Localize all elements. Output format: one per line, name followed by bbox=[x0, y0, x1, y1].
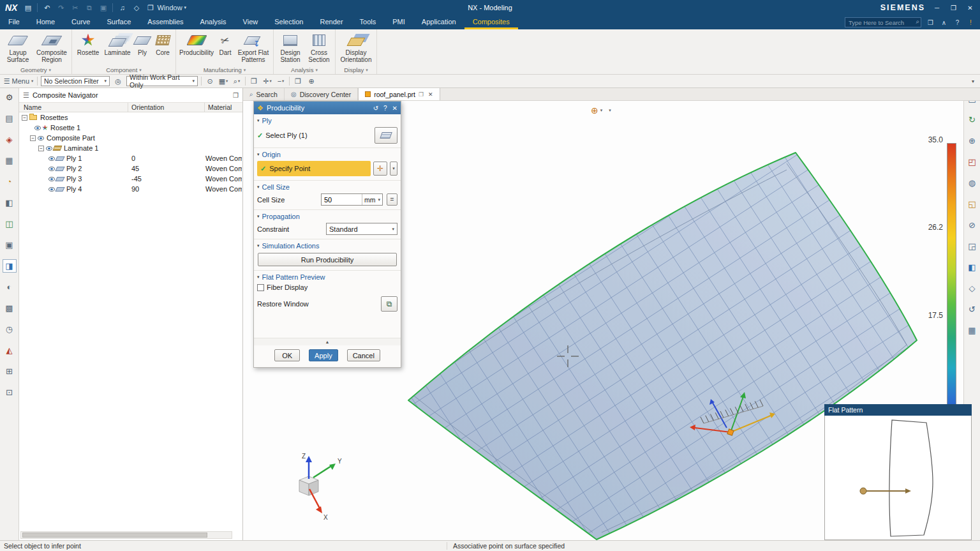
tab-view[interactable]: View bbox=[235, 15, 267, 29]
collapse-toggle[interactable]: − bbox=[38, 146, 44, 151]
section-header-flat-pattern[interactable]: ▾ Flat Pattern Preview bbox=[257, 271, 397, 282]
navigator-horizontal-scrollbar[interactable] bbox=[20, 531, 232, 539]
visibility-eye-icon[interactable] bbox=[46, 146, 52, 151]
cell-size-input[interactable] bbox=[322, 196, 362, 204]
visibility-eye-icon[interactable] bbox=[48, 156, 55, 161]
toolbar-overflow-caret[interactable]: ▾ bbox=[972, 79, 977, 84]
help-icon[interactable]: ? bbox=[383, 105, 387, 112]
visibility-eye-icon[interactable] bbox=[48, 167, 55, 171]
search-icon[interactable]: ⌕ bbox=[916, 18, 919, 26]
orient-view-icon[interactable]: ⊕ bbox=[966, 134, 979, 147]
cancel-button[interactable]: Cancel bbox=[347, 349, 380, 361]
dart-button[interactable]: ✂ Dart bbox=[215, 30, 235, 57]
flat-pattern-window[interactable]: Flat Pattern bbox=[824, 404, 972, 540]
minimize-button[interactable]: ─ bbox=[932, 4, 942, 11]
composite-navigator-icon[interactable]: ◨ bbox=[3, 259, 17, 273]
ribbon-group-label-analysis[interactable]: Analysis▾ bbox=[276, 66, 333, 74]
specify-csys-button[interactable]: ⊕ ▾ bbox=[591, 106, 602, 115]
constraint-navigator-icon[interactable]: ◈ bbox=[3, 133, 17, 146]
roles-icon[interactable]: ◭ bbox=[3, 343, 17, 357]
formula-button[interactable]: = bbox=[387, 193, 397, 206]
navigator-menu-icon[interactable]: ☰ bbox=[23, 91, 29, 100]
touch-mode-icon[interactable]: ◇ bbox=[131, 4, 141, 12]
tab-pmi[interactable]: PMI bbox=[384, 15, 413, 29]
dialog-header[interactable]: ❖ Producibility ↺ ? ✕ bbox=[254, 102, 401, 114]
column-orientation[interactable]: Orientation bbox=[128, 103, 164, 112]
cross-section-button[interactable]: Cross Section bbox=[305, 30, 333, 64]
close-icon[interactable]: ✕ bbox=[392, 105, 397, 112]
undo-icon[interactable]: ↶ bbox=[42, 4, 52, 12]
show-hide-button[interactable]: ❒ bbox=[249, 76, 259, 86]
notification-icon[interactable]: ◔ bbox=[3, 175, 17, 188]
undo-view-icon[interactable]: ↺ bbox=[966, 303, 979, 315]
run-producibility-button[interactable]: Run Producibility bbox=[258, 253, 397, 266]
cut-icon[interactable]: ✂ bbox=[70, 4, 80, 12]
window-select-button[interactable]: ▦▾ bbox=[218, 76, 228, 86]
tab-curve[interactable]: Curve bbox=[63, 15, 98, 29]
reuse-library-icon[interactable]: ◧ bbox=[3, 196, 17, 209]
collapse-toggle[interactable]: − bbox=[30, 135, 36, 141]
perspective-icon[interactable]: ◇ bbox=[966, 282, 979, 294]
flat-pattern-header[interactable]: Flat Pattern bbox=[824, 404, 972, 416]
restore-button[interactable]: ❐ bbox=[949, 4, 958, 11]
ply-button[interactable]: Ply bbox=[133, 30, 152, 57]
clip-section-icon[interactable]: ⊘ bbox=[966, 218, 979, 231]
tab-search-panel[interactable]: ⌕ Search bbox=[243, 88, 285, 100]
undock-icon[interactable]: ❐ bbox=[233, 92, 239, 99]
point-options-caret[interactable]: ▾ bbox=[390, 162, 397, 176]
constraint-select[interactable]: Standard ▾ bbox=[326, 223, 397, 235]
microphone-icon[interactable]: ♫ bbox=[117, 4, 127, 11]
reset-icon[interactable]: ↺ bbox=[373, 105, 378, 112]
tab-composites[interactable]: Composites bbox=[464, 15, 518, 29]
selection-scope-select[interactable]: Within Work Part Only▾ bbox=[126, 76, 198, 86]
help-icon[interactable]: ? bbox=[953, 19, 961, 26]
selection-filter-select[interactable]: No Selection Filter▾ bbox=[41, 76, 110, 86]
layup-surface-button[interactable]: Layup Surface bbox=[2, 30, 34, 64]
tab-tools[interactable]: Tools bbox=[352, 15, 385, 29]
tab-assemblies[interactable]: Assemblies bbox=[139, 15, 191, 29]
design-station-button[interactable]: Design Station bbox=[276, 30, 305, 64]
visibility-eye-icon[interactable] bbox=[48, 177, 55, 181]
apply-button[interactable]: Apply bbox=[309, 349, 338, 361]
minimize-ribbon-icon[interactable]: ∧ bbox=[940, 19, 948, 26]
composite-region-button[interactable]: Composite Region bbox=[34, 30, 70, 64]
producibility-button[interactable]: Producibility bbox=[178, 30, 215, 57]
column-name[interactable]: Name bbox=[20, 103, 41, 112]
tab-selection[interactable]: Selection bbox=[266, 15, 311, 29]
link-selection-button[interactable]: ⊙ bbox=[205, 76, 215, 86]
tab-discovery-center[interactable]: ◎ Discovery Center bbox=[285, 88, 358, 100]
find-in-window-button[interactable]: ⌕▾ bbox=[232, 76, 242, 86]
tab-home[interactable]: Home bbox=[28, 15, 63, 29]
ribbon-group-label-component[interactable]: Component▾ bbox=[74, 66, 174, 74]
wireframe-view-icon[interactable]: ◱ bbox=[966, 197, 979, 210]
tree-row-laminate-1[interactable]: − Laminate 1 bbox=[19, 143, 242, 153]
tree-row-ply-1[interactable]: Ply 1 0 Woven Compo bbox=[19, 153, 242, 163]
refresh-view-icon[interactable]: ↻ bbox=[966, 113, 979, 126]
visibility-eye-icon[interactable] bbox=[38, 136, 44, 140]
render-style-button[interactable]: ⊕ bbox=[306, 76, 316, 86]
display-orientation-button[interactable]: Display Orientation bbox=[338, 30, 375, 64]
ok-button[interactable]: OK bbox=[274, 349, 300, 361]
fiber-display-checkbox[interactable] bbox=[257, 284, 264, 291]
point-options-caret[interactable]: ▾ bbox=[609, 108, 611, 113]
unit-select[interactable]: mm ▾ bbox=[362, 194, 382, 205]
front-view-icon[interactable]: ◲ bbox=[966, 239, 979, 252]
redo-icon[interactable]: ↷ bbox=[56, 4, 66, 12]
tree-row-composite-part[interactable]: − Composite Part bbox=[19, 133, 242, 143]
save-icon[interactable]: ▤ bbox=[23, 4, 33, 12]
command-search-input[interactable] bbox=[845, 17, 921, 27]
laminate-button[interactable]: Laminate bbox=[102, 30, 133, 57]
visibility-eye-icon[interactable] bbox=[34, 126, 41, 130]
section-header-propagation[interactable]: ▾ Propagation bbox=[257, 211, 397, 222]
tree-row-ply-3[interactable]: Ply 3 -45 Woven Compo bbox=[19, 174, 242, 184]
restore-window-button[interactable]: ⧉ bbox=[381, 296, 397, 312]
tab-close-icon[interactable]: ✕ bbox=[428, 91, 433, 98]
grid-display-icon[interactable]: ▦ bbox=[966, 324, 979, 336]
internet-explorer-icon[interactable]: ▣ bbox=[3, 238, 17, 252]
hd3d-tools-icon[interactable]: ◫ bbox=[3, 217, 17, 230]
section-header-origin[interactable]: ▾ Origin bbox=[257, 149, 397, 160]
select-ply-label[interactable]: Select Ply (1) bbox=[265, 132, 307, 139]
rosette-button[interactable]: Rosette bbox=[74, 30, 102, 57]
layer-settings-icon[interactable]: ◧ bbox=[966, 260, 979, 273]
section-header-cell-size[interactable]: ▾ Cell Size bbox=[257, 181, 397, 192]
